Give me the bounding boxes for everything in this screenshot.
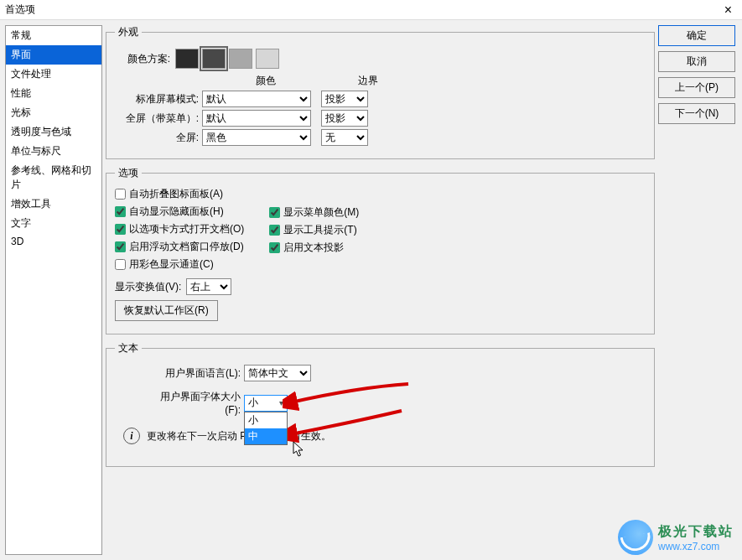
transform-values-label: 显示变换值(V):: [115, 280, 181, 294]
cursor-icon: [293, 441, 306, 458]
fullscreen-menu-color-select[interactable]: 默认: [202, 110, 311, 127]
color-swatch-4[interactable]: [256, 49, 279, 69]
font-option-medium[interactable]: 中: [245, 428, 287, 444]
color-swatch-1[interactable]: [175, 49, 199, 69]
chk-color-channels[interactable]: 用彩色显示通道(C): [115, 257, 244, 272]
sidebar-item-transparency[interactable]: 透明度与色域: [6, 122, 101, 142]
transform-values-select[interactable]: 右上: [186, 278, 231, 295]
fullscreen-menu-border-select[interactable]: 投影: [321, 110, 368, 127]
sidebar-item-3d[interactable]: 3D: [6, 233, 101, 250]
color-swatch-2[interactable]: [202, 49, 226, 69]
watermark-url: www.xz7.com: [658, 541, 734, 552]
standard-screen-color-select[interactable]: 默认: [202, 91, 311, 107]
chk-text-shadow[interactable]: 启用文本投影: [269, 241, 359, 255]
ui-font-size-value: 小: [248, 396, 258, 410]
cancel-button[interactable]: 取消: [658, 51, 735, 72]
options-group: 选项 自动折叠图标面板(A) 自动显示隐藏面板(H) 以选项卡方式打开文档(O)…: [106, 166, 655, 334]
sidebar-item-performance[interactable]: 性能: [6, 84, 101, 103]
chevron-down-icon: ▾: [279, 398, 283, 407]
close-icon[interactable]: ×: [719, 3, 737, 18]
standard-screen-label: 标准屏幕模式:: [115, 92, 199, 106]
standard-screen-border-select[interactable]: 投影: [321, 91, 368, 107]
ui-font-size-combo[interactable]: 小 ▾ 小 中: [244, 395, 288, 412]
watermark-title: 极光下载站: [658, 523, 734, 541]
watermark-logo-icon: [618, 520, 653, 555]
chk-auto-show-hidden[interactable]: 自动显示隐藏面板(H): [115, 205, 244, 219]
appearance-legend: 外观: [115, 25, 142, 39]
sidebar-item-general[interactable]: 常规: [6, 26, 101, 45]
text-legend: 文本: [115, 341, 142, 355]
window-title: 首选项: [5, 3, 719, 17]
font-option-small[interactable]: 小: [245, 412, 287, 428]
category-sidebar: 常规 界面 文件处理 性能 光标 透明度与色域 单位与标尺 参考线、网格和切片 …: [5, 25, 102, 555]
fullscreen-color-select[interactable]: 黑色: [202, 129, 311, 146]
ui-font-size-label: 用户界面字体大小(F):: [148, 390, 241, 416]
fullscreen-border-select[interactable]: 无: [321, 129, 368, 146]
column-header-border: 边界: [343, 74, 393, 88]
ui-language-label: 用户界面语言(L):: [148, 366, 241, 381]
ui-font-size-dropdown[interactable]: 小 中: [244, 412, 288, 445]
chk-floating-dock[interactable]: 启用浮动文档窗口停放(D): [115, 240, 244, 254]
appearance-group: 外观 颜色方案: 颜色 边界 标准屏幕模式: 默认 投影 全屏（带: [106, 25, 655, 159]
ok-button[interactable]: 确定: [658, 25, 735, 46]
prev-button[interactable]: 上一个(P): [658, 77, 735, 98]
text-group: 文本 用户界面语言(L): 简体中文 用户界面字体大小(F): 小 ▾ 小 中: [106, 341, 655, 467]
restore-workspace-button[interactable]: 恢复默认工作区(R): [115, 300, 218, 321]
info-icon: i: [123, 428, 140, 444]
sidebar-item-units[interactable]: 单位与标尺: [6, 142, 101, 161]
sidebar-item-guides[interactable]: 参考线、网格和切片: [6, 161, 101, 194]
options-legend: 选项: [115, 166, 142, 180]
chk-open-as-tabs[interactable]: 以选项卡方式打开文档(O): [115, 222, 244, 236]
sidebar-item-plugins[interactable]: 增效工具: [6, 194, 101, 214]
chk-tooltips[interactable]: 显示工具提示(T): [269, 223, 359, 237]
sidebar-item-file-handling[interactable]: 文件处理: [6, 65, 101, 84]
fullscreen-menu-label: 全屏（带菜单）:: [115, 111, 199, 126]
chk-menu-colors[interactable]: 显示菜单颜色(M): [269, 205, 359, 220]
sidebar-item-type[interactable]: 文字: [6, 214, 101, 233]
watermark: 极光下载站 www.xz7.com: [618, 520, 734, 555]
color-swatch-3[interactable]: [229, 49, 252, 69]
color-scheme-label: 颜色方案:: [115, 52, 170, 66]
sidebar-item-interface[interactable]: 界面: [6, 45, 101, 65]
next-button[interactable]: 下一个(N): [658, 103, 735, 124]
fullscreen-label: 全屏:: [115, 131, 199, 145]
ui-language-select[interactable]: 简体中文: [244, 365, 311, 381]
sidebar-item-cursor[interactable]: 光标: [6, 103, 101, 122]
chk-auto-collapse[interactable]: 自动折叠图标面板(A): [115, 187, 244, 201]
column-header-color: 颜色: [199, 74, 333, 88]
